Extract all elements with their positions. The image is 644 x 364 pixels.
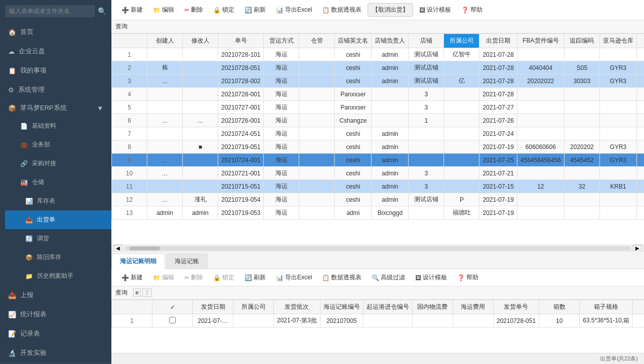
edit-button[interactable]: 📁 编辑	[149, 4, 178, 16]
design-button[interactable]: 🖼 设计模板	[415, 4, 455, 16]
col-fba[interactable]: FBA货件编号	[517, 34, 564, 48]
sidebar-item-purchase[interactable]: 🔗 采购对接	[5, 154, 111, 173]
lower-filter-button[interactable]: 🔍 高级过滤	[368, 271, 409, 284]
shipped-checkbox-cell[interactable]	[636, 140, 644, 154]
table-row[interactable]: 8■20210719-051海运ceshiadmin2021-07-196060…	[112, 140, 645, 154]
col-creator[interactable]: 创建人	[147, 34, 183, 48]
delete-button[interactable]: ✂ 删除	[180, 4, 207, 16]
table-row[interactable]: 720210724-051海运ceshiadmin2021-07-24	[112, 127, 645, 140]
shipped-checkbox-cell[interactable]	[636, 48, 644, 61]
table-row[interactable]: 2栋20210728-051海运ceshiadmin测试店铺2021-07-28…	[112, 61, 645, 75]
sidebar-item-cloud[interactable]: ☁ 企业云盘	[0, 42, 111, 61]
sidebar-item-basics[interactable]: 📄 基础资料	[5, 117, 111, 135]
lower-col-check[interactable]: ✓	[152, 300, 193, 314]
lower-col-domestic[interactable]: 国内物流费	[412, 300, 453, 314]
table-row[interactable]: 9…20210724-001海运ceshiadmin2021-07-254564…	[112, 154, 645, 167]
lower-table-area[interactable]: 查询 ≡ ⋮ ✓ 发货日期 所属公司 发货批次 海运记账编号 起运港进仓编号	[111, 286, 644, 353]
table-row[interactable]: 420210728-001海运Panxxser32021-07-28	[112, 88, 645, 101]
table-row[interactable]: 13adminadmin20210719-053海运admiBixcnggd福德…	[112, 206, 645, 220]
shipped-checkbox-cell[interactable]	[636, 167, 644, 180]
col-order-no[interactable]: 单号	[218, 34, 264, 48]
upper-table-container[interactable]: 查询 创建人 修改人 单号 货运方式 仓管 店铺英文名 店铺负责人 店铺 所属公…	[111, 20, 644, 245]
table-row[interactable]: 520210727-001海运Panxxser32021-07-27	[112, 101, 645, 114]
sidebar-item-system[interactable]: ⚙ 系统管理	[0, 80, 111, 99]
sidebar-item-history[interactable]: 📁 历史档案助手	[5, 267, 111, 285]
lower-lock-button[interactable]: 🔒 锁定	[209, 271, 238, 284]
col-ship-type[interactable]: 货运方式	[264, 34, 299, 48]
col-shop[interactable]: 店铺	[409, 34, 444, 48]
scroll-thumb[interactable]	[130, 246, 160, 250]
sidebar-item-old-inventory[interactable]: 📦 陈旧库存	[5, 248, 111, 267]
table-row[interactable]: 6……20210726-001海运Cshangze12021-07-26	[112, 114, 645, 127]
sidebar-item-home[interactable]: 🏠 首页	[0, 22, 111, 42]
lower-table-row[interactable]: 12021-07-…2021-07-第3批20210700520210728-0…	[112, 314, 645, 327]
lower-refresh-button[interactable]: 🔄 刷新	[240, 271, 270, 284]
sidebar-item-dev[interactable]: 🔬 开发实验	[0, 343, 111, 362]
table-row[interactable]: 120210728-101海运ceshiadmin测试店铺亿智牛2021-07-…	[112, 48, 645, 61]
lower-help-button[interactable]: ❓ 帮助	[453, 271, 482, 284]
col-amz-wh[interactable]: 亚马逊仓库	[599, 34, 636, 48]
sidebar-item-transfer[interactable]: 🔄 调货	[5, 229, 111, 248]
lower-sort-btn[interactable]: ≡	[133, 288, 140, 297]
col-track[interactable]: 追踪编码	[564, 34, 599, 48]
col-shipped[interactable]: 出货	[636, 34, 644, 48]
lower-col-spec[interactable]: 箱子规格	[580, 300, 633, 314]
table-row[interactable]: 12…涨礼20210719-054海运ceshiadmin测试店铺P2021-0…	[112, 193, 645, 206]
shipped-checkbox-cell[interactable]	[636, 180, 644, 193]
scroll-right-btn[interactable]: ▶	[633, 244, 642, 251]
lock-button[interactable]: 🔒 锁定	[209, 4, 238, 16]
lower-check-cell[interactable]	[152, 314, 193, 327]
shipped-checkbox-cell[interactable]	[636, 114, 644, 127]
lower-design-button[interactable]: 🖼 设计模板	[411, 271, 451, 284]
lower-col-port-no[interactable]: 起运港进仓编号	[363, 300, 412, 314]
shipped-checkbox-cell[interactable]	[636, 154, 644, 167]
lower-tab-account-detail[interactable]: 海运记账明细	[111, 253, 165, 269]
help-button[interactable]: ❓ 帮助	[457, 4, 487, 16]
search-input[interactable]	[5, 5, 95, 17]
lower-col-company[interactable]: 所属公司	[233, 300, 274, 314]
refresh-button[interactable]: 🔄 刷新	[240, 4, 270, 16]
shipped-checkbox-cell[interactable]	[636, 75, 644, 88]
shipped-checkbox-cell[interactable]	[636, 88, 644, 101]
pivot-button[interactable]: 📋 数据透视表	[318, 4, 366, 16]
lower-col-date[interactable]: 发货日期	[193, 300, 233, 314]
col-warehouse[interactable]: 仓管	[299, 34, 335, 48]
shipped-checkbox-cell[interactable]	[636, 127, 644, 140]
new-button[interactable]: ➕ 新建	[117, 4, 147, 16]
shipped-checkbox-cell[interactable]	[636, 206, 644, 220]
lower-row-checkbox[interactable]	[169, 317, 176, 323]
sidebar-item-shipment[interactable]: 📤 出货单	[5, 210, 111, 229]
table-row[interactable]: 1120210715-051海运ceshiadmin32021-07-15123…	[112, 180, 645, 193]
shipped-checkbox-cell[interactable]	[636, 101, 644, 114]
upper-scrollbar[interactable]: ◀ ▶	[111, 245, 644, 251]
sidebar-item-report[interactable]: 📤 上报	[0, 285, 111, 305]
scroll-left-btn[interactable]: ◀	[113, 244, 123, 251]
col-shop-name[interactable]: 店铺英文名	[335, 34, 372, 48]
shipped-checkbox-cell[interactable]	[636, 61, 644, 75]
lower-new-button[interactable]: ➕ 新建	[117, 271, 147, 284]
lower-pivot-button[interactable]: 📋 数据透视表	[318, 271, 366, 284]
col-modifier[interactable]: 修改人	[183, 34, 218, 48]
lower-col-invoice-no[interactable]: 发货单号	[493, 300, 539, 314]
col-company[interactable]: 所属公司	[444, 34, 479, 48]
lower-col-boxes[interactable]: 箱数	[539, 300, 580, 314]
sidebar-item-stats[interactable]: 📈 统计报表	[0, 305, 111, 324]
col-responsible[interactable]: 店铺负责人	[372, 34, 409, 48]
sidebar-group-erp-title[interactable]: 📦 芽马梦ERP系统 ▼	[0, 99, 111, 117]
sidebar-item-tasks[interactable]: 📋 我的事项	[0, 61, 111, 80]
sidebar-item-business[interactable]: 💼 业务部	[5, 135, 111, 154]
lower-col-account-no[interactable]: 海运记账编号	[320, 300, 363, 314]
shipped-checkbox-cell[interactable]	[636, 193, 644, 206]
cancel-ship-button[interactable]: 【取消出货】	[368, 3, 413, 17]
search-button[interactable]: 🔍	[98, 7, 106, 15]
lower-col-batch[interactable]: 发货批次	[274, 300, 320, 314]
export-excel-button[interactable]: 📊 导出Excel	[272, 4, 316, 16]
lower-col-sea-fee[interactable]: 海运费用	[453, 300, 493, 314]
sidebar-item-records[interactable]: 📝 记录表	[0, 324, 111, 343]
table-row[interactable]: 10…20210721-001海运ceshiadmin32021-07-21	[112, 167, 645, 180]
lower-tab-account[interactable]: 海运记账	[166, 253, 208, 269]
sidebar-item-inventory[interactable]: 📊 库存表	[5, 192, 111, 210]
lower-delete-button[interactable]: ✂ 删除	[180, 271, 207, 284]
lower-col-extra[interactable]: 大	[633, 300, 644, 314]
sidebar-item-warehouse[interactable]: 🏭 仓储	[5, 173, 111, 192]
